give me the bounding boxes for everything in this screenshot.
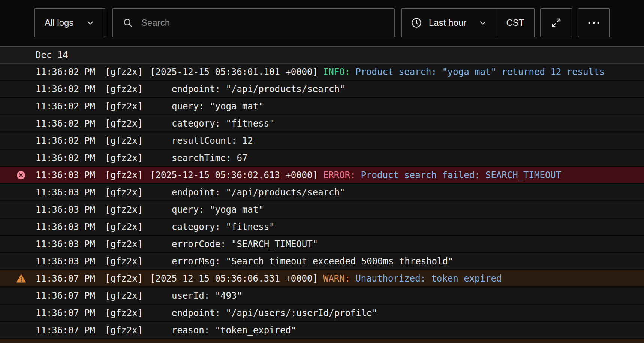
error-icon xyxy=(16,170,26,180)
log-instance-tag: [gfz2x] xyxy=(105,222,150,232)
log-message: userId: "493" xyxy=(150,291,644,301)
date-header: Dec 14 xyxy=(0,46,644,64)
log-timestamp: 11:36:03 PM xyxy=(36,187,105,198)
row-icon xyxy=(16,308,26,318)
warning-icon xyxy=(16,274,26,283)
log-message: endpoint: "/api/users/:userId/profile" xyxy=(150,308,644,318)
log-instance-tag: [gfz2x] xyxy=(105,187,150,198)
log-list: Dec 14 11:36:02 PM [gfz2x] [2025-12-15 0… xyxy=(0,46,644,343)
log-timestamp: 11:36:07 PM xyxy=(36,291,105,301)
log-datetime: [2025-12-15 05:36:01.101 +0000] xyxy=(150,67,318,77)
log-instance-tag: [gfz2x] xyxy=(105,325,150,336)
log-message: searchTime: 67 xyxy=(150,153,644,163)
row-icon xyxy=(16,257,26,266)
log-message: [2025-12-15 05:36:02.613 +0000]ERROR:Pro… xyxy=(150,170,644,180)
chevron-down-icon xyxy=(86,18,95,27)
log-timestamp: 11:36:02 PM xyxy=(36,101,105,112)
time-range-label: Last hour xyxy=(429,18,466,28)
log-datetime: [2025-12-15 05:36:06.331 +0000] xyxy=(150,273,318,284)
log-instance-tag: [gfz2x] xyxy=(105,308,150,318)
log-message: [2025-12-15 05:36:01.101 +0000]INFO:Prod… xyxy=(150,67,644,77)
log-instance-tag: [gfz2x] xyxy=(105,273,150,284)
log-instance-tag: [gfz2x] xyxy=(105,101,150,112)
log-toolbar: All logs Last hour CST xyxy=(0,0,644,46)
log-timestamp: 11:36:02 PM xyxy=(36,153,105,163)
log-row[interactable]: 11:36:02 PM [gfz2x] [2025-12-15 05:36:01… xyxy=(0,64,644,80)
log-timestamp: 11:36:07 PM xyxy=(36,308,105,318)
log-row[interactable]: 11:36:03 PM [gfz2x] endpoint: "/api/prod… xyxy=(0,184,644,200)
row-icon xyxy=(16,222,26,232)
row-icon xyxy=(16,136,26,146)
log-message: resultCount: 12 xyxy=(150,136,644,146)
log-instance-tag: [gfz2x] xyxy=(105,153,150,163)
log-row[interactable]: 11:36:03 PM [gfz2x] errorMsg: "Search ti… xyxy=(0,253,644,269)
log-type-filter-label: All logs xyxy=(45,18,73,28)
log-row[interactable]: 11:36:07 PM [gfz2x] reason: "token_expir… xyxy=(0,322,644,338)
log-row[interactable]: 11:36:02 PM [gfz2x] query: "yoga mat" xyxy=(0,98,644,114)
log-timestamp: 11:36:02 PM xyxy=(36,118,105,129)
log-timestamp: 11:36:03 PM xyxy=(36,170,105,180)
log-row[interactable]: 11:36:03 PM [gfz2x] query: "yoga mat" xyxy=(0,201,644,218)
row-icon xyxy=(16,170,26,180)
expand-button[interactable] xyxy=(540,8,572,37)
log-message: endpoint: "/api/products/search" xyxy=(150,187,644,198)
log-message: [2025-12-15 05:36:06.331 +0000]WARN:Unau… xyxy=(150,273,644,284)
log-instance-tag: [gfz2x] xyxy=(105,291,150,301)
row-icon xyxy=(16,325,26,335)
log-instance-tag: [gfz2x] xyxy=(105,67,150,77)
log-timestamp: 11:36:02 PM xyxy=(36,67,105,77)
log-row[interactable]: 11:36:03 PM [gfz2x] category: "fitness" xyxy=(0,219,644,235)
more-options-button[interactable] xyxy=(578,8,610,37)
log-message-text: Product search failed: SEARCH_TIMEOUT xyxy=(361,170,562,180)
log-row[interactable]: 11:36:02 PM [gfz2x] resultCount: 12 xyxy=(0,133,644,149)
row-icon xyxy=(16,239,26,249)
log-row[interactable]: 11:36:03 PM [gfz2x] errorCode: "SEARCH_T… xyxy=(0,236,644,252)
search-box xyxy=(112,8,395,37)
log-row[interactable] xyxy=(0,339,644,343)
log-message: endpoint: "/api/products/search" xyxy=(150,84,644,94)
clock-icon xyxy=(411,17,422,28)
log-datetime: [2025-12-15 05:36:02.613 +0000] xyxy=(150,170,318,180)
log-instance-tag: [gfz2x] xyxy=(105,118,150,129)
log-message: query: "yoga mat" xyxy=(150,101,644,112)
row-icon xyxy=(16,101,26,111)
log-row[interactable]: 11:36:02 PM [gfz2x] endpoint: "/api/prod… xyxy=(0,81,644,97)
log-message: errorCode: "SEARCH_TIMEOUT" xyxy=(150,239,644,249)
log-instance-tag: [gfz2x] xyxy=(105,239,150,249)
ellipsis-icon xyxy=(588,21,600,24)
timezone-button[interactable]: CST xyxy=(496,9,534,37)
time-range-control: Last hour CST xyxy=(401,8,535,37)
log-row[interactable]: 11:36:03 PM [gfz2x] [2025-12-15 05:36:02… xyxy=(0,167,644,183)
row-icon xyxy=(16,153,26,163)
log-row[interactable]: 11:36:02 PM [gfz2x] searchTime: 67 xyxy=(0,150,644,166)
row-icon xyxy=(16,274,26,283)
row-icon xyxy=(16,67,26,77)
log-timestamp: 11:36:03 PM xyxy=(36,204,105,215)
log-message: reason: "token_expired" xyxy=(150,325,644,336)
log-timestamp: 11:36:02 PM xyxy=(36,136,105,146)
log-level-badge: ERROR: xyxy=(323,170,356,180)
log-timestamp: 11:36:03 PM xyxy=(36,256,105,267)
log-row[interactable]: 11:36:02 PM [gfz2x] category: "fitness" xyxy=(0,115,644,131)
expand-icon xyxy=(551,17,562,28)
row-icon xyxy=(16,188,26,197)
log-level-badge: WARN: xyxy=(323,273,350,284)
log-type-filter-dropdown[interactable]: All logs xyxy=(34,8,105,37)
row-icon xyxy=(16,84,26,94)
log-row[interactable]: 11:36:07 PM [gfz2x] [2025-12-15 05:36:06… xyxy=(0,270,644,286)
time-range-dropdown[interactable]: Last hour xyxy=(402,9,496,37)
log-message-text: Product search: "yoga mat" returned 12 r… xyxy=(355,67,605,77)
log-instance-tag: [gfz2x] xyxy=(105,136,150,146)
log-message: query: "yoga mat" xyxy=(150,204,644,215)
log-message: category: "fitness" xyxy=(150,118,644,129)
search-input[interactable] xyxy=(141,17,384,28)
log-row[interactable]: 11:36:07 PM [gfz2x] endpoint: "/api/user… xyxy=(0,305,644,321)
log-row[interactable]: 11:36:07 PM [gfz2x] userId: "493" xyxy=(0,288,644,304)
log-instance-tag: [gfz2x] xyxy=(105,204,150,215)
timezone-label: CST xyxy=(506,18,524,28)
log-instance-tag: [gfz2x] xyxy=(105,170,150,180)
search-icon xyxy=(123,18,133,28)
log-message: category: "fitness" xyxy=(150,222,644,232)
log-instance-tag: [gfz2x] xyxy=(105,256,150,267)
log-rows-container: 11:36:02 PM [gfz2x] [2025-12-15 05:36:01… xyxy=(0,64,644,343)
